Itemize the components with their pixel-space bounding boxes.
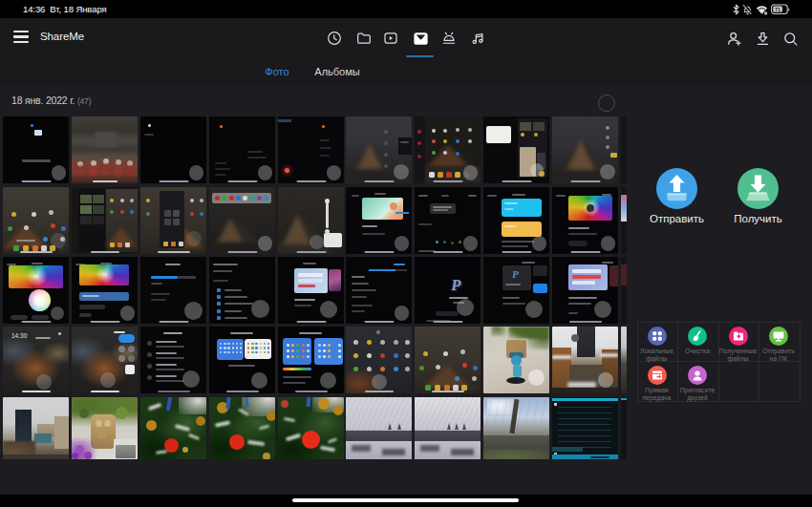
svg-text:4: 4 (765, 11, 767, 15)
svg-text:71: 71 (775, 7, 780, 12)
